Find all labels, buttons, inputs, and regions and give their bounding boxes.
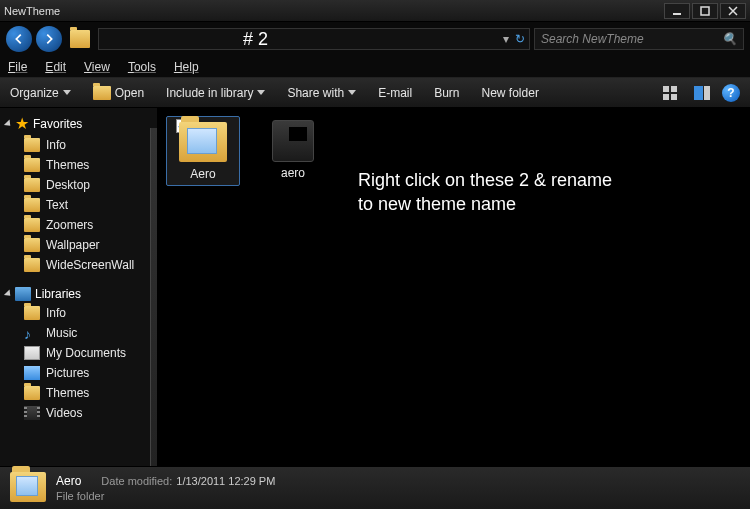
search-icon[interactable]: 🔍	[722, 32, 737, 46]
menu-tools[interactable]: Tools	[128, 60, 156, 74]
back-button[interactable]	[6, 26, 32, 52]
toolbar: Organize Open Include in library Share w…	[0, 78, 750, 108]
details-modified-value: 1/13/2011 12:29 PM	[176, 475, 275, 487]
details-name: Aero	[56, 474, 81, 488]
menu-edit[interactable]: Edit	[45, 60, 66, 74]
folder-icon	[24, 386, 40, 400]
menu-view[interactable]: View	[84, 60, 110, 74]
libraries-icon	[15, 287, 31, 301]
preview-pane-button[interactable]	[692, 83, 712, 103]
folder-icon	[24, 178, 40, 192]
folder-icon	[24, 238, 40, 252]
share-with-button[interactable]: Share with	[287, 86, 356, 100]
svg-rect-3	[671, 86, 677, 92]
body-area: ★ Favorites Info Themes Desktop Text Zoo…	[0, 108, 750, 466]
folder-icon	[70, 30, 90, 48]
svg-rect-5	[671, 94, 677, 100]
view-mode-button[interactable]	[662, 83, 682, 103]
item-aero-file[interactable]: aero	[256, 116, 330, 186]
annotation-text: Right click on these 2 & rename to new t…	[358, 168, 612, 217]
chevron-down-icon	[257, 90, 265, 95]
sidebar-item-themes[interactable]: Themes	[0, 155, 157, 175]
sidebar-lib-pictures[interactable]: Pictures	[0, 363, 157, 383]
item-label: Aero	[190, 167, 215, 181]
sidebar-lib-themes[interactable]: Themes	[0, 383, 157, 403]
svg-rect-7	[704, 86, 710, 100]
chevron-down-icon	[348, 90, 356, 95]
breadcrumb[interactable]	[70, 30, 90, 48]
videos-icon	[24, 406, 40, 420]
sidebar-item-widescreenwall[interactable]: WideScreenWall	[0, 255, 157, 275]
navigation-pane: ★ Favorites Info Themes Desktop Text Zoo…	[0, 108, 158, 466]
svg-rect-1	[701, 7, 709, 15]
folder-open-icon	[93, 86, 111, 100]
burn-button[interactable]: Burn	[434, 86, 459, 100]
email-button[interactable]: E-mail	[378, 86, 412, 100]
sidebar-libraries-header[interactable]: Libraries	[0, 285, 157, 303]
include-library-button[interactable]: Include in library	[166, 86, 265, 100]
sidebar-item-wallpaper[interactable]: Wallpaper	[0, 235, 157, 255]
folder-icon	[24, 306, 40, 320]
menu-bar: File Edit View Tools Help	[0, 56, 750, 78]
open-button[interactable]: Open	[93, 86, 144, 100]
window-title: NewTheme	[4, 5, 60, 17]
sidebar-item-info[interactable]: Info	[0, 135, 157, 155]
details-modified-label: Date modified:	[101, 475, 172, 487]
organize-button[interactable]: Organize	[10, 86, 71, 100]
maximize-button[interactable]	[692, 3, 718, 19]
folder-icon	[24, 138, 40, 152]
svg-rect-4	[663, 94, 669, 100]
window-controls	[664, 3, 746, 19]
sidebar-favorites-header[interactable]: ★ Favorites	[0, 112, 157, 135]
new-folder-button[interactable]: New folder	[482, 86, 539, 100]
close-button[interactable]	[720, 3, 746, 19]
details-icon	[10, 472, 46, 504]
search-input[interactable]: Search NewTheme 🔍	[534, 28, 744, 50]
item-aero-folder[interactable]: Aero	[166, 116, 240, 186]
music-icon: ♪	[24, 326, 40, 340]
svg-rect-6	[694, 86, 703, 100]
help-button[interactable]: ?	[722, 84, 740, 102]
details-type: File folder	[56, 490, 275, 502]
expand-icon	[4, 289, 13, 298]
titlebar: NewTheme	[0, 0, 750, 22]
documents-icon	[24, 346, 40, 360]
sidebar-item-text[interactable]: Text	[0, 195, 157, 215]
svg-rect-2	[663, 86, 669, 92]
annotation-number: # 2	[243, 29, 268, 50]
file-icon	[272, 120, 314, 162]
content-area[interactable]: Aero aero Right click on these 2 & renam…	[158, 108, 750, 466]
svg-rect-0	[673, 13, 681, 15]
expand-icon	[4, 119, 13, 128]
refresh-icon[interactable]: ↻	[515, 32, 525, 46]
details-pane: Aero Date modified: 1/13/2011 12:29 PM F…	[0, 466, 750, 509]
folder-icon	[24, 158, 40, 172]
nav-row: # 2 ▾ ↻ Search NewTheme 🔍	[0, 22, 750, 56]
sidebar-item-zoomers[interactable]: Zoomers	[0, 215, 157, 235]
search-placeholder: Search NewTheme	[541, 32, 644, 46]
sidebar-lib-videos[interactable]: Videos	[0, 403, 157, 423]
sidebar-item-desktop[interactable]: Desktop	[0, 175, 157, 195]
pictures-icon	[24, 366, 40, 380]
chevron-down-icon	[63, 90, 71, 95]
folder-icon	[24, 198, 40, 212]
folder-icon	[179, 122, 227, 162]
dropdown-icon[interactable]: ▾	[503, 32, 509, 46]
sidebar-lib-music[interactable]: ♪Music	[0, 323, 157, 343]
menu-file[interactable]: File	[8, 60, 27, 74]
item-label: aero	[281, 166, 305, 180]
sidebar-lib-info[interactable]: Info	[0, 303, 157, 323]
minimize-button[interactable]	[664, 3, 690, 19]
folder-icon	[24, 258, 40, 272]
forward-button[interactable]	[36, 26, 62, 52]
menu-help[interactable]: Help	[174, 60, 199, 74]
address-bar[interactable]: # 2 ▾ ↻	[98, 28, 530, 50]
sidebar-lib-documents[interactable]: My Documents	[0, 343, 157, 363]
folder-icon	[24, 218, 40, 232]
star-icon: ★	[15, 114, 29, 133]
